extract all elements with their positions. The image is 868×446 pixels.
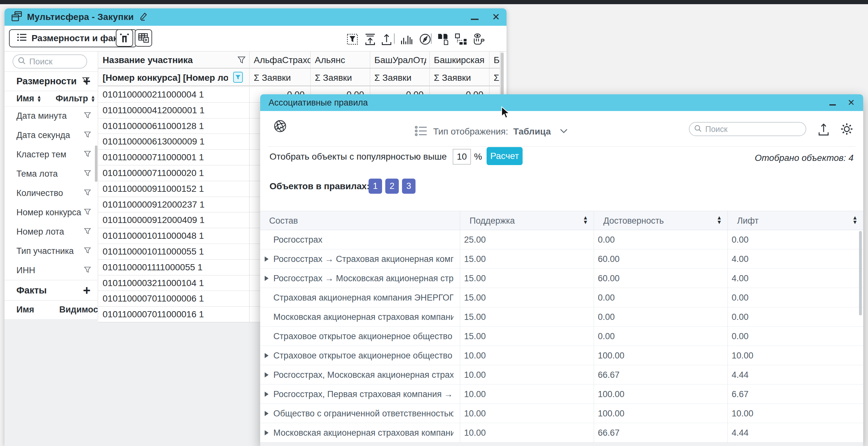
sidebar-item-inn[interactable]: ИНН [4,261,98,280]
row-dimension-header[interactable]: Название участника [102,52,231,68]
column-header-confidence[interactable]: Достоверность [603,211,664,230]
expand-arrow-icon[interactable] [265,392,269,397]
funnel-icon[interactable] [84,169,91,178]
gear-icon[interactable] [840,122,854,138]
table-row[interactable]: Московская акционерная страховая компани… [260,307,863,327]
measure-header[interactable]: Σ Заявки [315,69,367,86]
pivot-table-button[interactable] [135,29,152,47]
sidebar-search[interactable] [12,54,87,68]
name-column-header[interactable]: Имя [17,94,34,103]
sidebar-item-lot-number[interactable]: Номер лота [4,222,98,241]
table-row[interactable]: Росгосстрах → Страховая акционерная комп… [260,249,863,269]
pivot-column-header[interactable]: АльфаСтрахова [254,52,310,68]
compass-icon[interactable] [419,33,432,47]
bar-chart-icon[interactable] [400,33,413,47]
expand-arrow-icon[interactable] [265,353,269,358]
add-dimension-button[interactable]: + [83,75,90,88]
sort-icon[interactable]: ▲▼ [91,95,95,102]
dialog-minimize-button[interactable] [829,104,836,106]
expand-arrow-icon[interactable] [265,372,269,378]
table-row[interactable]: Росгосстрах, Московская акционерная стра… [260,365,863,385]
table-row[interactable]: Страховое открытое акционерное общество … [260,346,863,365]
calculate-button[interactable]: Расчет [487,147,523,165]
sort-icon[interactable]: ▲▼ [37,95,41,102]
copy-pages-icon[interactable] [437,33,450,47]
rules-table-rows: Росгосстрах 25.00 0.00 0.00 Росгосстрах … [260,230,863,442]
measure-header[interactable]: Σ Заявки [434,69,486,86]
sidebar-scrollbar[interactable] [95,145,97,182]
dimensions-section-header: Размерности + [4,71,98,91]
hierarchy-icon[interactable] [455,33,467,47]
active-filter-icon[interactable] [233,72,243,83]
mouse-cursor [501,106,513,120]
table-row[interactable]: Страховая акционерная компания ЭНЕРГОГАР… [260,288,863,307]
dialog-search-input[interactable] [705,124,801,134]
sort-icon[interactable]: ▲▼ [852,216,858,225]
measure-header[interactable]: Σ Заявки [374,69,426,86]
sphere-icon[interactable] [273,119,287,135]
table-row[interactable]: Росгосстрах 25.00 0.00 0.00 [260,230,863,249]
threshold-input[interactable] [453,149,471,165]
sort-icon[interactable]: ▲▼ [583,216,588,225]
column-header-support[interactable]: Поддержка [469,211,515,230]
measure-header[interactable]: Σ Заявки [254,69,310,86]
sidebar-item-cluster[interactable]: Кластер тем [4,145,98,164]
column-header-composition[interactable]: Состав [269,211,298,230]
sidebar-item-date-second[interactable]: Дата секунда [4,125,98,145]
main-titlebar[interactable]: Мультисфера - Закупки ✕ [4,8,506,26]
row-dimension-subheader[interactable]: [Номер конкурса] [Номер лота] [102,69,228,86]
display-type-selector[interactable]: Тип отображения: Таблица [414,124,568,139]
sidebar-item-participant-type[interactable]: Тип участника [4,241,98,261]
funnel-icon[interactable] [84,131,91,140]
export-icon[interactable] [380,33,393,47]
rules-table-header: Состав Поддержка Достоверность Лифт ▲▼ ▲… [260,211,863,230]
dialog-scrollbar-thumb[interactable] [859,231,862,315]
dialog-titlebar[interactable]: Ассоциативные правила ✕ [260,94,863,111]
main-toolbar: Размерности и факты [4,26,506,52]
expand-arrow-icon[interactable] [265,276,269,281]
table-row[interactable]: Росгосстрах → Московская акционерная стр… [260,269,863,288]
funnel-icon[interactable] [84,150,91,159]
column-divider [594,211,594,442]
export-icon[interactable] [817,123,830,138]
funnel-icon[interactable] [84,188,91,198]
close-button[interactable]: ✕ [492,12,500,22]
funnel-icon[interactable] [84,227,91,236]
funnel-icon[interactable] [84,208,91,217]
filter-column-header[interactable]: Фильтр [56,94,88,103]
column-width-button[interactable] [116,29,133,47]
table-row[interactable]: Росгосстрах, Первая страховая компания →… [260,385,863,404]
table-row[interactable]: Московская акционерная страховая компани… [260,423,863,442]
filter-selection-icon[interactable] [347,33,360,47]
sidebar-item-lot-theme[interactable]: Тема лота [4,164,98,183]
sidebar-item-contest-number[interactable]: Номер конкурса [4,203,98,222]
dialog-search[interactable] [689,122,806,136]
rule-size-button-2[interactable]: 2 [385,179,399,194]
rule-size-button-3[interactable]: 3 [402,179,415,194]
expand-arrow-icon[interactable] [265,411,269,416]
minimize-button[interactable] [471,19,478,20]
add-fact-button[interactable]: + [83,284,90,297]
dialog-close-button[interactable]: ✕ [847,98,855,107]
funnel-icon[interactable] [84,266,91,275]
sidebar-item-quantity[interactable]: Количество [4,183,98,203]
preview-eye-icon[interactable] [472,33,486,48]
rule-size-button-1[interactable]: 1 [369,179,382,194]
table-row[interactable]: Общество с ограниченной ответственностью… [260,404,863,423]
funnel-icon[interactable] [84,111,91,120]
funnel-icon[interactable] [237,55,246,66]
funnel-icon[interactable] [84,246,91,256]
sort-icon[interactable]: ▲▼ [716,216,722,225]
sidebar-item-date-minute[interactable]: Дата минута [4,106,98,125]
list-icon [16,32,28,45]
pivot-column-header[interactable]: Альянс [315,52,367,68]
pivot-column-header[interactable]: Башкирская ст [434,52,486,68]
column-header-lift[interactable]: Лифт [737,211,758,230]
sidebar-search-input[interactable] [29,57,82,67]
expand-arrow-icon[interactable] [265,257,269,262]
expand-arrow-icon[interactable] [265,430,269,436]
edit-pencil-icon[interactable] [138,11,149,23]
collapse-rows-icon[interactable] [364,33,376,47]
pivot-column-header[interactable]: БашУралОтдел [374,52,426,68]
table-row[interactable]: Страховое открытое акционерное общество … [260,327,863,346]
